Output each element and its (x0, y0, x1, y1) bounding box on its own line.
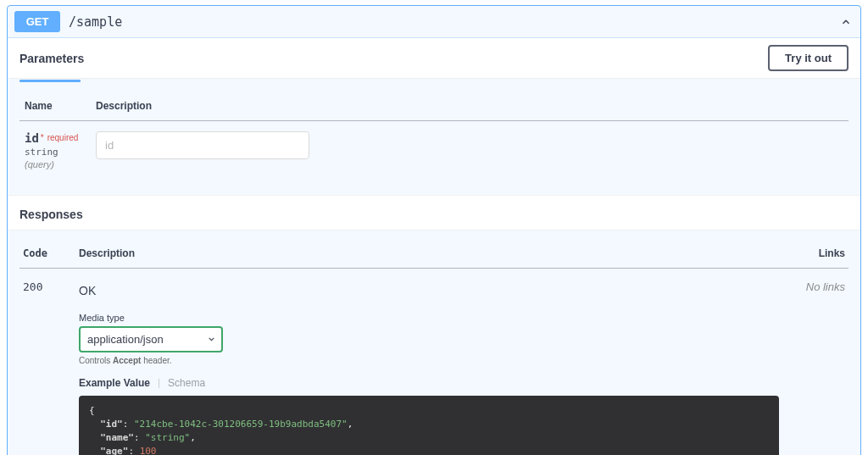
table-row: id* required string (query) (19, 121, 849, 174)
parameters-table: Name Description id* required string (19, 95, 849, 173)
response-links: No links (782, 269, 849, 456)
operation-block: GET /sample Parameters Try it out Name D… (7, 5, 861, 455)
param-location: (query) (25, 159, 86, 169)
col-header-code: Code (19, 242, 75, 269)
col-header-description: Description (91, 95, 849, 121)
operation-body: Parameters Try it out Name Description (8, 38, 860, 455)
response-code: 200 (19, 269, 75, 456)
operation-path: /sample (69, 14, 838, 30)
table-row: 200 OK Media type application/json (19, 269, 849, 456)
operation-header[interactable]: GET /sample (8, 6, 860, 38)
col-header-name: Name (19, 95, 91, 121)
tab-example-value[interactable]: Example Value (79, 377, 150, 389)
media-type-label: Media type (79, 313, 779, 323)
media-type-select[interactable]: application/json (79, 326, 223, 352)
chevron-up-icon[interactable] (838, 14, 854, 30)
param-type: string (25, 147, 86, 158)
id-input[interactable] (96, 131, 309, 159)
parameters-bar: Parameters Try it out (8, 38, 860, 79)
param-name: id (25, 131, 39, 145)
required-star-icon: * (41, 133, 44, 142)
response-description: OK (79, 284, 779, 297)
model-tabs: Example Value Schema (79, 377, 779, 389)
col-header-links: Links (782, 242, 849, 269)
method-badge: GET (14, 11, 60, 32)
required-label: required (47, 133, 79, 142)
parameters-title: Parameters (19, 52, 84, 65)
example-code-block[interactable]: { "id": "214cbe-1042c-301206659-19b9adbd… (79, 396, 779, 455)
accept-header-note: Controls Accept header. (79, 356, 779, 365)
responses-table: Code Description Links 200 OK Media type (19, 242, 849, 455)
tab-schema[interactable]: Schema (168, 377, 205, 389)
responses-title: Responses (8, 195, 860, 230)
parameters-block: Name Description id* required string (8, 83, 860, 195)
tab-divider (159, 379, 159, 388)
col-header-description: Description (75, 242, 782, 269)
parameters-tab-indicator (19, 80, 81, 82)
try-it-out-button[interactable]: Try it out (768, 45, 849, 71)
responses-block: Code Description Links 200 OK Media type (8, 230, 860, 455)
